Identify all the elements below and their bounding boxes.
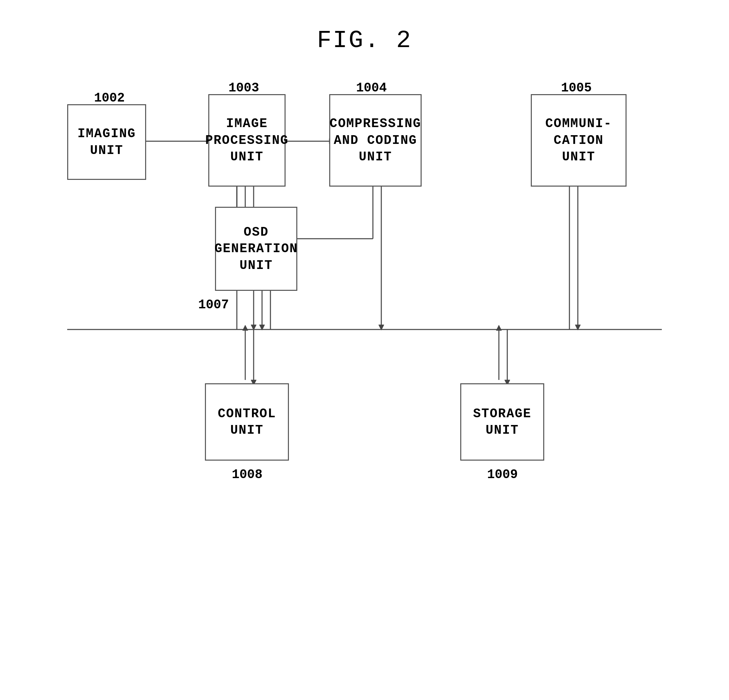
svg-marker-32 bbox=[496, 325, 502, 330]
svg-marker-15 bbox=[251, 325, 256, 330]
storage-unit-label: STORAGEUNIT bbox=[473, 406, 532, 439]
imaging-unit-box: IMAGINGUNIT bbox=[67, 104, 146, 180]
diagram: IMAGINGUNIT 1002 IMAGEPROCESSINGUNIT 100… bbox=[50, 74, 679, 679]
label-1003: 1003 bbox=[228, 81, 259, 95]
control-unit-label: CONTROLUNIT bbox=[218, 406, 276, 439]
control-unit-box: CONTROLUNIT bbox=[205, 383, 289, 461]
figure-title: FIG. 2 bbox=[0, 27, 729, 54]
label-1005: 1005 bbox=[561, 81, 592, 95]
label-1004: 1004 bbox=[356, 81, 387, 95]
image-processing-unit-label: IMAGEPROCESSINGUNIT bbox=[205, 115, 289, 165]
communication-unit-label: COMMUNI-CATIONUNIT bbox=[545, 115, 612, 165]
imaging-unit-label: IMAGINGUNIT bbox=[78, 125, 136, 159]
compressing-unit-label: COMPRESSINGAND CODINGUNIT bbox=[330, 115, 421, 165]
image-processing-unit-box: IMAGEPROCESSINGUNIT bbox=[208, 94, 286, 186]
label-1009: 1009 bbox=[487, 467, 518, 482]
label-1002: 1002 bbox=[94, 91, 125, 105]
svg-marker-13 bbox=[379, 325, 384, 330]
communication-unit-box: COMMUNI-CATIONUNIT bbox=[531, 94, 627, 186]
osd-generation-unit-box: OSDGENERATIONUNIT bbox=[215, 207, 297, 291]
label-1008: 1008 bbox=[232, 467, 262, 482]
svg-marker-18 bbox=[575, 325, 581, 330]
compressing-unit-box: COMPRESSINGAND CODINGUNIT bbox=[329, 94, 422, 186]
svg-marker-22 bbox=[259, 325, 265, 330]
svg-marker-28 bbox=[243, 325, 248, 330]
title-text: FIG. 2 bbox=[317, 27, 412, 54]
label-1007: 1007 bbox=[198, 298, 229, 312]
osd-generation-unit-label: OSDGENERATIONUNIT bbox=[214, 224, 298, 274]
storage-unit-box: STORAGEUNIT bbox=[460, 383, 544, 461]
